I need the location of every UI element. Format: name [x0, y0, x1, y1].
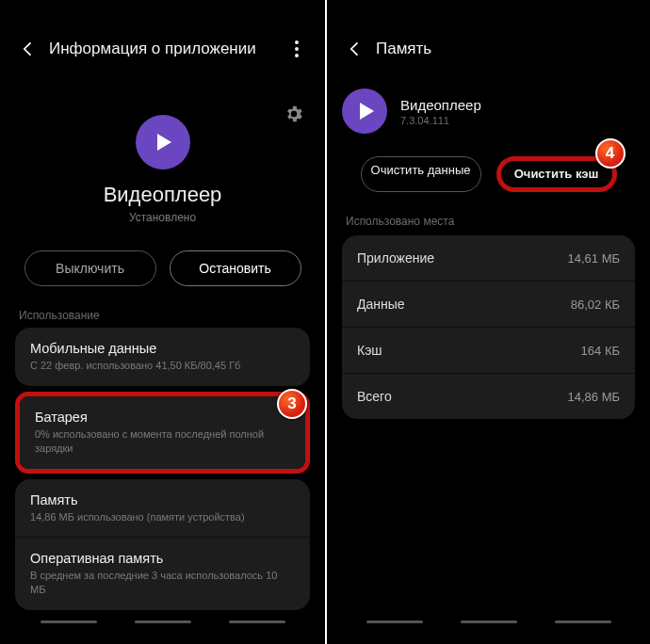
- svg-point-0: [295, 40, 299, 44]
- list-item-storage[interactable]: Память 14,86 МБ использовано (памяти уст…: [15, 479, 310, 539]
- usage-list: Мобильные данные С 22 февр. использовано…: [15, 328, 310, 386]
- storage-row-app[interactable]: Приложение 14,61 МБ: [342, 235, 635, 282]
- svg-point-1: [295, 47, 299, 51]
- annotation-badge-4: 4: [595, 138, 626, 169]
- app-name: Видеоплеер: [104, 183, 222, 207]
- storage-row-total[interactable]: Всего 14,86 МБ: [342, 374, 635, 419]
- app-row: Видеоплеер 7.3.04.111: [342, 89, 635, 134]
- storage-list: Приложение 14,61 МБ Данные 86,02 КБ Кэш …: [342, 235, 635, 419]
- app-icon: [136, 115, 190, 169]
- header-right: Память: [342, 28, 635, 70]
- play-icon: [157, 134, 171, 151]
- clear-cache-button[interactable]: 4 Очистить кэш: [496, 156, 617, 192]
- app-version: 7.3.04.111: [400, 115, 481, 126]
- back-button[interactable]: [342, 40, 368, 58]
- app-icon: [342, 89, 387, 134]
- phone-right: Память Видеоплеер 7.3.04.111 Очистить да…: [325, 0, 650, 644]
- phone-left: Информация о приложении Видеоплеер Устан…: [0, 0, 325, 644]
- list-item-battery[interactable]: 3 Батарея 0% использовано с момента посл…: [15, 392, 310, 474]
- storage-row-cache[interactable]: Кэш 164 КБ: [342, 328, 635, 374]
- header-left: Информация о приложении: [15, 28, 310, 70]
- clear-data-button[interactable]: Очистить данные: [361, 156, 481, 192]
- nav-bar: [15, 620, 310, 623]
- list-item-ram[interactable]: Оперативная память В среднем за последни…: [15, 538, 310, 610]
- page-title: Информация о приложении: [41, 40, 284, 58]
- nav-recent[interactable]: [41, 620, 97, 623]
- nav-back[interactable]: [229, 620, 285, 623]
- nav-home[interactable]: [461, 620, 517, 623]
- page-title: Память: [368, 40, 635, 58]
- storage-row-data[interactable]: Данные 86,02 КБ: [342, 282, 635, 328]
- list-item-mobile-data[interactable]: Мобильные данные С 22 февр. использовано…: [15, 328, 310, 386]
- play-icon: [360, 103, 374, 120]
- more-button[interactable]: [284, 40, 310, 57]
- app-status: Установлено: [129, 211, 196, 224]
- disable-button[interactable]: Выключить: [24, 250, 156, 286]
- nav-home[interactable]: [135, 620, 191, 623]
- svg-point-2: [295, 54, 299, 57]
- back-button[interactable]: [15, 40, 41, 58]
- gear-icon[interactable]: [284, 104, 304, 128]
- nav-bar: [342, 620, 635, 623]
- section-usage-label: Использование: [19, 309, 310, 322]
- stop-button[interactable]: Остановить: [170, 250, 301, 286]
- annotation-badge-3: 3: [277, 389, 307, 419]
- nav-recent[interactable]: [366, 620, 423, 623]
- app-name: Видеоплеер: [400, 97, 481, 113]
- nav-back[interactable]: [555, 620, 611, 623]
- section-storage-label: Использовано места: [346, 215, 635, 228]
